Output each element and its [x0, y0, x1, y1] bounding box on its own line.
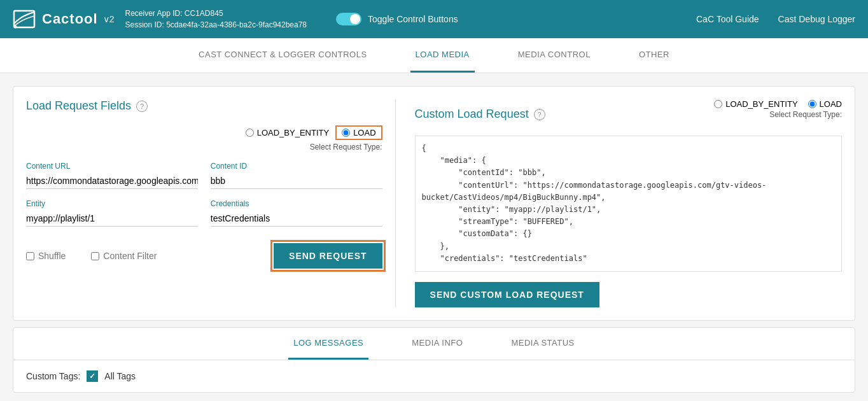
custom-load-help-icon[interactable]: ? [534, 109, 545, 120]
credentials-field: Credentials [211, 199, 382, 227]
entity-input[interactable] [26, 211, 198, 227]
right-radio-load[interactable] [808, 100, 816, 108]
left-panel: Load Request Fields ? LOAD_BY_ENTITY LOA… [26, 99, 396, 307]
radio-load-by-entity-option[interactable]: LOAD_BY_ENTITY [246, 128, 329, 137]
content-id-input[interactable] [211, 173, 382, 189]
radio-load-option[interactable]: LOAD [342, 128, 375, 137]
radio-load-by-entity[interactable] [246, 129, 254, 137]
tab-cast-connect[interactable]: CAST CONNECT & LOGGER CONTROLS [193, 38, 372, 73]
entity-label: Entity [26, 199, 198, 208]
session-id: Session ID: 5cdae4fa-32aa-4386-ba2c-9fac… [125, 19, 307, 31]
right-radio-load-label: LOAD [820, 99, 842, 109]
header-info: Receiver App ID: CC1AD845 Session ID: 5c… [125, 8, 307, 31]
header-links: CaC Tool Guide Cast Debug Logger [696, 14, 855, 24]
toggle-switch[interactable] [336, 13, 361, 25]
content-url-input[interactable] [26, 173, 198, 189]
load-request-help-icon[interactable]: ? [136, 101, 148, 112]
content-url-label: Content URL [26, 162, 198, 171]
custom-load-title: Custom Load Request ? [415, 108, 545, 121]
select-request-type-label: Select Request Type: [26, 143, 382, 151]
tab-media-info[interactable]: MEDIA INFO [407, 328, 468, 360]
entity-field: Entity [26, 199, 198, 227]
tab-media-status[interactable]: MEDIA STATUS [506, 328, 579, 360]
content-filter-label: Content Filter [103, 251, 157, 261]
main-nav: CAST CONNECT & LOGGER CONTROLS LOAD MEDI… [0, 38, 868, 73]
radio-load-by-entity-label: LOAD_BY_ENTITY [257, 128, 329, 137]
logo-version: v2 [104, 14, 115, 24]
right-radio-load-by-entity-option[interactable]: LOAD_BY_ENTITY [714, 99, 797, 109]
main-content: Load Request Fields ? LOAD_BY_ENTITY LOA… [0, 73, 868, 401]
content-filter-option[interactable]: Content Filter [91, 251, 157, 261]
tab-other[interactable]: OTHER [634, 38, 675, 73]
right-radio-load-by-entity[interactable] [714, 100, 722, 108]
right-panel: Custom Load Request ? LOAD_BY_ENTITY LOA… [409, 99, 842, 307]
send-custom-load-request-button[interactable]: SEND CUSTOM LOAD REQUEST [415, 282, 599, 307]
shuffle-checkbox[interactable] [26, 252, 34, 260]
right-radio-load-by-entity-label: LOAD_BY_ENTITY [725, 99, 797, 109]
radio-load-selected-box: LOAD [335, 125, 382, 140]
toggle-label: Toggle Control Buttons [368, 14, 458, 24]
radio-load[interactable] [342, 129, 350, 137]
logo: Cactool v2 [13, 10, 115, 29]
content-id-label: Content ID [211, 162, 382, 171]
tab-media-control[interactable]: MEDIA CONTROL [513, 38, 596, 73]
app-header: Cactool v2 Receiver App ID: CC1AD845 Ses… [0, 0, 868, 38]
right-select-request-label: Select Request Type: [769, 110, 842, 119]
all-tags-label: All Tags [104, 371, 136, 381]
credentials-label: Credentials [211, 199, 382, 208]
checkbox-row: Shuffle Content Filter [26, 251, 274, 261]
form-row-entity-credentials: Entity Credentials [26, 199, 382, 227]
logo-text: Cactool [42, 11, 98, 27]
custom-tags-label: Custom Tags: [26, 371, 80, 381]
tab-log-messages[interactable]: LOG MESSAGES [288, 328, 368, 360]
right-radio-load-option[interactable]: LOAD [808, 99, 842, 109]
cac-tool-guide-link[interactable]: CaC Tool Guide [696, 14, 759, 24]
load-request-fields-title: Load Request Fields ? [26, 99, 382, 113]
receiver-app-id: Receiver App ID: CC1AD845 [125, 8, 307, 19]
toggle-control[interactable]: Toggle Control Buttons [336, 13, 458, 25]
tab-load-media[interactable]: LOAD MEDIA [410, 38, 475, 73]
content-filter-checkbox[interactable] [91, 252, 99, 260]
load-media-panel: Load Request Fields ? LOAD_BY_ENTITY LOA… [13, 86, 855, 321]
form-row-url-id: Content URL Content ID [26, 162, 382, 189]
bottom-section: LOG MESSAGES MEDIA INFO MEDIA STATUS Cus… [13, 327, 855, 393]
custom-tags-row: Custom Tags: All Tags [26, 370, 842, 382]
radio-load-label: LOAD [353, 128, 375, 137]
right-radio-selector: LOAD_BY_ENTITY LOAD Select Request Type: [714, 99, 842, 129]
credentials-input[interactable] [211, 211, 382, 227]
json-editor[interactable]: { "media": { "contentId": "bbb", "conten… [415, 136, 842, 272]
cast-debug-logger-link[interactable]: Cast Debug Logger [778, 14, 855, 24]
send-request-button[interactable]: SEND REQUEST [274, 243, 382, 269]
right-radio-options: LOAD_BY_ENTITY LOAD [714, 99, 842, 109]
shuffle-option[interactable]: Shuffle [26, 251, 66, 261]
bottom-content: Custom Tags: All Tags [13, 360, 855, 392]
shuffle-label: Shuffle [38, 251, 66, 261]
svg-point-1 [14, 25, 17, 29]
cast-logo-icon [13, 10, 36, 29]
bottom-tabs: LOG MESSAGES MEDIA INFO MEDIA STATUS [13, 328, 855, 360]
custom-load-header: Custom Load Request ? LOAD_BY_ENTITY LOA… [415, 99, 842, 129]
all-tags-checkbox[interactable] [87, 370, 98, 382]
content-id-field: Content ID [211, 162, 382, 189]
content-url-field: Content URL [26, 162, 198, 189]
